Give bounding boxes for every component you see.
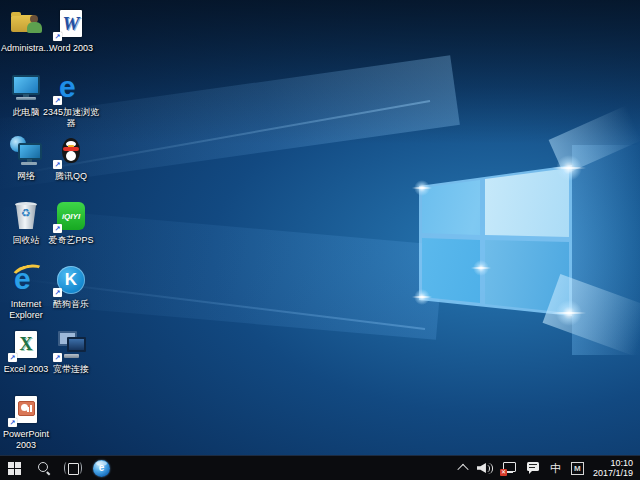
icon-label: Word 2003	[41, 43, 101, 54]
user-folder-icon	[10, 8, 42, 40]
computer-monitor-icon	[10, 72, 42, 104]
shortcut-arrow-icon	[53, 353, 62, 362]
qq-penguin-icon	[55, 136, 87, 168]
task-view-icon	[65, 462, 81, 475]
network-status-button[interactable]: ✕	[499, 456, 520, 480]
clock-date: 2017/1/19	[593, 468, 633, 478]
show-hidden-icons-button[interactable]	[456, 456, 470, 480]
shortcut-arrow-icon	[53, 32, 62, 41]
lens-flare	[473, 260, 489, 276]
iqiyi-tile-icon: iQIYI	[55, 200, 87, 232]
search-button[interactable]	[29, 456, 58, 480]
ime-mode-indicator: 中	[550, 462, 561, 474]
browser-e-icon: e	[55, 72, 87, 104]
speaker-icon	[477, 462, 492, 474]
shortcut-arrow-icon	[53, 160, 62, 169]
shortcut-arrow-icon	[53, 96, 62, 105]
start-button[interactable]	[0, 456, 29, 480]
ime-mode-button[interactable]: 中	[547, 456, 564, 480]
broadband-connection-icon	[55, 329, 87, 361]
desktop-icon-word-2003[interactable]: W Word 2003	[41, 8, 101, 54]
icon-label: PowerPoint 2003	[0, 429, 56, 451]
desktop-icon-powerpoint-2003[interactable]: PowerPoint 2003	[0, 394, 56, 451]
icon-label: 酷狗音乐	[41, 299, 101, 310]
windows-logo-icon	[8, 462, 21, 475]
message-bubble-icon	[527, 462, 540, 475]
desktop-icon-kugou-music[interactable]: K 酷狗音乐	[41, 264, 101, 310]
clock-time: 10:10	[593, 458, 633, 468]
lens-flare	[556, 155, 582, 181]
desktop-icon-2345-browser[interactable]: e 2345加速浏览器	[41, 72, 101, 129]
shortcut-arrow-icon	[8, 418, 17, 427]
system-tray: ✕ 中 M 10:10 2017/1/19	[456, 456, 640, 480]
taskbar-clock[interactable]: 10:10 2017/1/19	[591, 458, 637, 478]
lens-flare	[414, 289, 430, 305]
desktop-icon-tencent-qq[interactable]: 腾讯QQ	[41, 136, 101, 182]
powerpoint-document-icon	[10, 394, 42, 426]
lens-flare	[414, 180, 430, 196]
volume-button[interactable]	[474, 456, 495, 480]
light-ray	[572, 145, 640, 355]
network-globe-icon	[10, 136, 42, 168]
icon-label: 宽带连接	[41, 364, 101, 375]
word-document-icon: W	[55, 8, 87, 40]
chevron-up-icon	[457, 464, 468, 475]
desktop-icon-broadband[interactable]: 宽带连接	[41, 329, 101, 375]
shortcut-arrow-icon	[8, 353, 17, 362]
search-icon	[38, 462, 50, 474]
taskbar: e ✕ 中	[0, 455, 640, 480]
task-view-button[interactable]	[58, 456, 87, 480]
ime-language-button[interactable]: M	[568, 456, 587, 480]
icon-label: 2345加速浏览器	[41, 107, 101, 129]
kugou-circle-icon: K	[55, 264, 87, 296]
icon-label: 腾讯QQ	[41, 171, 101, 182]
ime-language-indicator: M	[571, 462, 584, 475]
browser-sphere-icon: e	[93, 460, 110, 477]
network-disconnected-icon: ✕	[502, 462, 517, 475]
icon-label: 爱奇艺PPS	[41, 235, 101, 246]
excel-document-icon: X	[10, 329, 42, 361]
windows-desktop-screen: Administra... 此电脑 网络 回收站 e Internet Expl…	[0, 0, 640, 480]
recycle-bin-icon	[10, 200, 42, 232]
shortcut-arrow-icon	[53, 288, 62, 297]
browser-taskbar-button[interactable]: e	[87, 456, 116, 480]
lens-flare	[556, 300, 582, 326]
internet-explorer-icon: e	[10, 264, 42, 296]
shortcut-arrow-icon	[53, 224, 62, 233]
messaging-button[interactable]	[524, 456, 543, 480]
desktop-icon-iqiyi-pps[interactable]: iQIYI 爱奇艺PPS	[41, 200, 101, 246]
